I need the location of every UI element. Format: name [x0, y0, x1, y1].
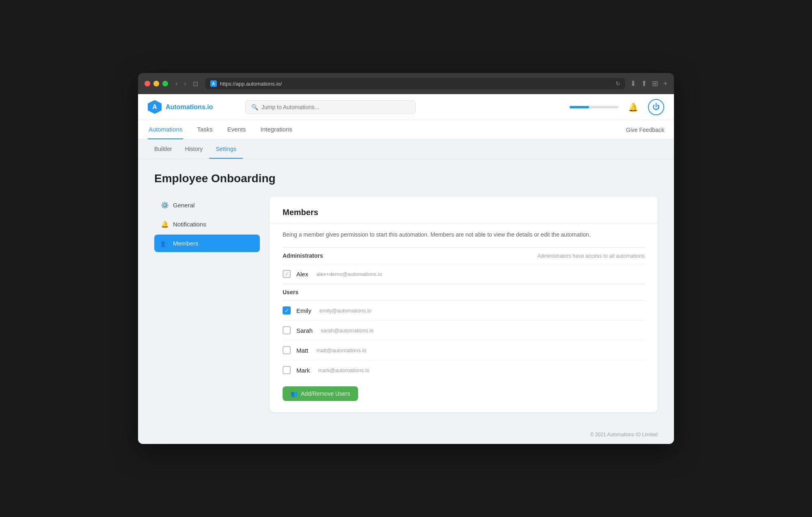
progress-bar [570, 106, 618, 108]
address-bar: A https://app.automations.io/ ↻ [205, 78, 626, 89]
users-label: Users [283, 289, 298, 295]
tab-history[interactable]: History [179, 140, 209, 159]
nav-tasks[interactable]: Tasks [196, 120, 213, 139]
user-row-sarah: Sarah sarah@automations.io [283, 320, 645, 340]
matt-checkbox[interactable] [283, 346, 291, 354]
add-remove-users-button[interactable]: 👥 Add/Remove Users [283, 386, 358, 401]
bell-icon: 🔔 [161, 220, 169, 228]
share-icon[interactable]: ⬆ [641, 79, 647, 88]
app-logo-text: Automations.io [166, 103, 213, 111]
user-row-emily: ✓ Emily emily@automations.io [283, 300, 645, 320]
power-button[interactable]: ⏻ [648, 99, 664, 115]
mark-checkbox[interactable] [283, 366, 291, 374]
panel-title: Members [283, 208, 645, 217]
sarah-email: sarah@automations.io [321, 327, 374, 334]
download-icon[interactable]: ⬇ [630, 79, 636, 88]
main-panel: Members Being a member gives permission … [270, 196, 658, 412]
progress-bar-fill [570, 106, 589, 108]
alex-checkbox[interactable]: ✓ [283, 270, 291, 278]
traffic-lights [145, 81, 168, 86]
minimize-button[interactable] [153, 81, 159, 86]
logo-area: A Automations.io [148, 100, 229, 114]
add-users-label: Add/Remove Users [301, 390, 350, 397]
alex-check-mark: ✓ [285, 271, 289, 277]
panel-divider [270, 224, 658, 224]
sidebar-item-notifications-label: Notifications [173, 221, 206, 228]
sidebar-item-general-label: General [173, 202, 194, 209]
give-feedback-button[interactable]: Give Feedback [626, 127, 664, 133]
top-nav-right: 🔔 ⏻ [570, 99, 664, 115]
footer-text: © 2021 Automations IO Limited [590, 432, 658, 437]
matt-email: matt@automations.io [316, 347, 366, 353]
add-users-icon: 👥 [291, 390, 298, 397]
refresh-icon[interactable]: ↻ [615, 80, 620, 87]
top-nav: A Automations.io 🔍 🔔 ⏻ [138, 94, 674, 120]
app-container: A Automations.io 🔍 🔔 ⏻ Automations [138, 94, 674, 444]
nav-integrations[interactable]: Integrations [260, 120, 293, 139]
footer: © 2021 Automations IO Limited [138, 425, 674, 444]
favicon-letter: A [212, 82, 215, 86]
search-bar: 🔍 [245, 100, 416, 114]
page-title: Employee Onboarding [154, 172, 658, 185]
administrators-label: Administrators [283, 252, 323, 259]
sub-nav: Automations Tasks Events Integrations Gi… [138, 120, 674, 140]
back-button[interactable]: ‹ [173, 79, 180, 88]
sidebar-item-notifications[interactable]: 🔔 Notifications [154, 215, 260, 233]
browser-window: ‹ › ⊡ A https://app.automations.io/ ↻ ⬇ … [138, 73, 674, 444]
search-icon: 🔍 [251, 104, 258, 110]
emily-email: emily@automations.io [320, 308, 371, 314]
fullscreen-button[interactable] [162, 81, 168, 86]
tab-settings[interactable]: Settings [209, 140, 243, 159]
sidebar-item-general[interactable]: ⚙️ General [154, 196, 260, 214]
new-tab-icon[interactable]: + [663, 80, 667, 88]
url-display: https://app.automations.io/ [220, 81, 282, 87]
sidebar-item-members[interactable]: 👥 Members [154, 235, 260, 252]
forward-button[interactable]: › [181, 79, 188, 88]
nav-automations[interactable]: Automations [148, 120, 183, 139]
emily-name: Emily [296, 307, 311, 314]
users-section-header: Users [283, 284, 645, 300]
matt-name: Matt [296, 347, 308, 354]
settings-tabs: Builder History Settings [138, 140, 674, 159]
user-row-matt: Matt matt@automations.io [283, 340, 645, 360]
administrators-note: Administrators have access to all automa… [538, 253, 645, 259]
alex-name: Alex [296, 271, 308, 278]
sidebar-item-members-label: Members [173, 240, 199, 247]
nav-buttons: ‹ › ⊡ [173, 79, 201, 88]
mark-name: Mark [296, 367, 310, 374]
sidebar: ⚙️ General 🔔 Notifications 👥 Members [154, 196, 260, 412]
sarah-checkbox[interactable] [283, 326, 291, 334]
user-row-mark: Mark mark@automations.io [283, 360, 645, 380]
sarah-name: Sarah [296, 327, 313, 334]
panel-description: Being a member gives permission to start… [283, 230, 645, 239]
emily-checkbox[interactable]: ✓ [283, 306, 291, 315]
nav-events[interactable]: Events [227, 120, 247, 139]
sub-nav-links: Automations Tasks Events Integrations [148, 120, 293, 139]
admin-row-alex: ✓ Alex alex+demo@automations.io [283, 264, 645, 284]
browser-actions: ⬇ ⬆ ⊞ + [630, 79, 667, 88]
mark-email: mark@automations.io [318, 367, 369, 373]
app-logo-icon: A [148, 100, 162, 114]
close-button[interactable] [145, 81, 150, 86]
browser-titlebar: ‹ › ⊡ A https://app.automations.io/ ↻ ⬇ … [138, 73, 674, 94]
page-content: Employee Onboarding ⚙️ General 🔔 Notific… [138, 159, 674, 425]
split-view-button[interactable]: ⊡ [190, 79, 201, 88]
members-icon: 👥 [161, 239, 169, 247]
administrators-section-header: Administrators Administrators have acces… [283, 247, 645, 264]
layout: ⚙️ General 🔔 Notifications 👥 Members Mem… [154, 196, 658, 412]
tab-favicon: A [210, 80, 217, 87]
gear-icon: ⚙️ [161, 201, 169, 209]
tab-builder[interactable]: Builder [148, 140, 179, 159]
emily-check-mark: ✓ [285, 308, 289, 314]
alex-email: alex+demo@automations.io [316, 271, 382, 277]
search-input[interactable] [261, 104, 410, 110]
notification-bell-button[interactable]: 🔔 [626, 101, 640, 114]
sidebar-toggle-icon[interactable]: ⊞ [652, 79, 658, 88]
